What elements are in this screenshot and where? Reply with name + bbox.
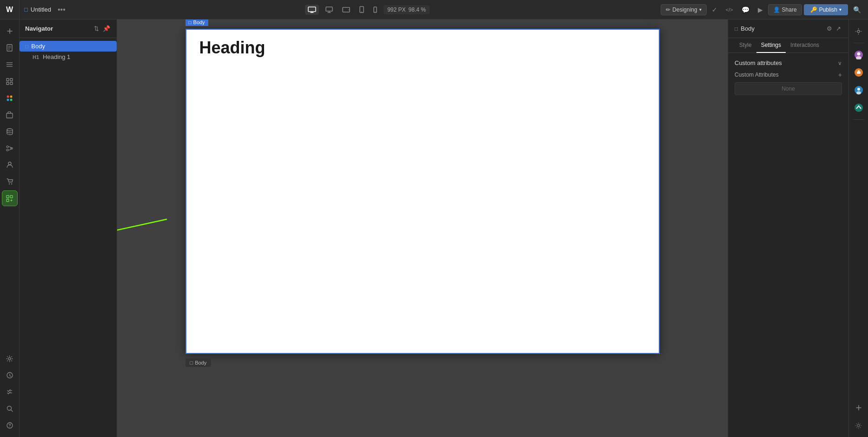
svg-rect-25 [7, 113, 13, 118]
right-panel-settings-icon[interactable]: ⚙ [826, 24, 833, 33]
nav-item-heading1[interactable]: H1 Heading 1 [20, 52, 117, 62]
tab-style[interactable]: Style [735, 38, 756, 53]
publish-button[interactable]: 🔑 Publish ▾ [804, 4, 848, 15]
svg-rect-18 [10, 78, 13, 81]
custom-attributes-section-header: Custom attributes ∨ [735, 59, 842, 66]
svg-rect-54 [858, 70, 860, 72]
canvas-heading: Heading [186, 29, 660, 67]
logo: W [0, 0, 20, 20]
right-settings-panel: □ Body ⚙ ↗ Style Settings Interactions C… [728, 20, 848, 437]
svg-point-57 [856, 91, 861, 95]
logic-button[interactable] [2, 140, 18, 156]
custom-attributes-none: None [735, 82, 842, 95]
zoom-value: 98.4 % [409, 7, 426, 13]
custom-attributes-sub-header: Custom Attributes + [735, 71, 842, 78]
users-button[interactable] [2, 157, 18, 173]
publish-label: Publish [819, 7, 837, 13]
far-right-strip [848, 20, 868, 437]
styles-button[interactable] [2, 90, 18, 106]
tasks-button[interactable] [2, 384, 18, 400]
strip-avatar-blue[interactable] [851, 82, 867, 98]
more-options-icon[interactable]: ••• [54, 6, 69, 14]
right-panel-content: Custom attributes ∨ Custom Attributes + … [728, 53, 848, 437]
strip-settings-button[interactable] [851, 23, 867, 39]
canvas-label-text: Body [193, 20, 205, 25]
publish-settings-button[interactable] [2, 367, 18, 383]
mode-button[interactable]: ✏ Designing ▾ [661, 4, 706, 15]
assets-button[interactable] [2, 107, 18, 123]
navigator-button[interactable] [2, 57, 18, 72]
play-button[interactable]: ▶ [755, 4, 766, 15]
custom-attributes-toggle[interactable]: ∨ [838, 60, 842, 66]
strip-divider-1 [853, 43, 864, 43]
device-mobile[interactable] [371, 5, 380, 15]
strip-add-button[interactable] [851, 400, 867, 416]
svg-rect-19 [7, 82, 9, 85]
svg-rect-35 [7, 199, 9, 202]
icon-sidebar-bottom [2, 351, 18, 433]
svg-point-22 [10, 95, 13, 98]
right-panel-actions: ⚙ ↗ [826, 24, 842, 33]
right-panel-external-icon[interactable]: ↗ [835, 24, 842, 33]
search-bottom-button[interactable] [2, 401, 18, 417]
svg-point-38 [8, 358, 11, 360]
navigator-panel: Navigator ⇅ 📌 □ Body H1 Heading 1 [20, 20, 117, 437]
right-panel-tabs: Style Settings Interactions [728, 38, 848, 53]
logo-text: W [6, 6, 13, 14]
nav-item-body-icon: □ [25, 43, 28, 50]
custom-attributes-title: Custom attributes [735, 59, 782, 66]
canvas-bottom-label: □ Body [186, 359, 212, 367]
device-tablet-landscape[interactable] [339, 5, 353, 14]
canvas-wrapper[interactable]: □ Body Heading □ Body [117, 20, 728, 437]
svg-point-56 [857, 88, 860, 91]
device-desktop[interactable] [323, 5, 336, 15]
strip-avatar-orange[interactable] [851, 65, 867, 80]
add-element-button[interactable] [2, 23, 18, 39]
components-button[interactable] [2, 73, 18, 89]
canvas-border [186, 29, 660, 354]
topbar-right: ✏ Designing ▾ ✓ </> 💬 ▶ 👤 Share 🔑 Publis… [661, 4, 868, 15]
svg-point-45 [9, 427, 10, 427]
publish-icon: 🔑 [810, 7, 817, 13]
dimension-display: 992 PX 98.4 % [384, 5, 430, 14]
canvas-label-icon: □ [189, 20, 192, 25]
mode-label: Designing [672, 7, 697, 13]
svg-point-32 [11, 183, 12, 184]
device-desktop-large[interactable] [305, 5, 319, 15]
canvas-frame: □ Body Heading [186, 29, 660, 354]
publish-chevron: ▾ [839, 7, 841, 12]
share-icon: 👤 [773, 7, 780, 13]
svg-point-28 [7, 149, 8, 151]
code-button[interactable]: </> [722, 5, 736, 14]
navigator-title: Navigator [25, 25, 53, 32]
right-panel-title: □ Body [735, 25, 755, 32]
chat-button[interactable]: 💬 [738, 4, 753, 15]
database-button[interactable] [2, 124, 18, 139]
nav-pin-icon[interactable]: 📌 [102, 24, 111, 33]
mode-chevron: ▾ [699, 7, 702, 12]
strip-bottom-settings[interactable] [851, 417, 867, 433]
nav-item-body[interactable]: □ Body [20, 41, 117, 52]
ecommerce-button[interactable] [2, 174, 18, 189]
device-tablet-portrait[interactable] [357, 4, 367, 15]
help-bottom-button[interactable] [2, 417, 18, 433]
navigator-header: Navigator ⇅ 📌 [20, 20, 117, 38]
top-search-button[interactable]: 🔍 [850, 4, 864, 15]
pages-button[interactable] [2, 40, 18, 56]
svg-rect-34 [10, 196, 13, 198]
tab-settings[interactable]: Settings [756, 38, 786, 53]
dimension-value: 992 PX [387, 7, 405, 13]
topbar: W □ Untitled ••• 992 PX 98.4 % ✏ Designi… [0, 0, 868, 20]
check-button[interactable]: ✓ [709, 4, 721, 15]
strip-avatar-teal[interactable] [851, 100, 867, 116]
svg-point-24 [10, 98, 13, 101]
share-button[interactable]: 👤 Share [768, 4, 802, 15]
apps-add-button[interactable] [2, 190, 18, 206]
project-settings-button[interactable] [2, 351, 18, 366]
tab-interactions[interactable]: Interactions [786, 38, 824, 53]
svg-point-31 [8, 183, 9, 184]
strip-avatar-purple[interactable] [851, 47, 867, 63]
nav-sort-icon[interactable]: ⇅ [93, 24, 100, 33]
custom-attributes-add-button[interactable]: + [838, 71, 842, 78]
svg-point-21 [7, 95, 9, 98]
